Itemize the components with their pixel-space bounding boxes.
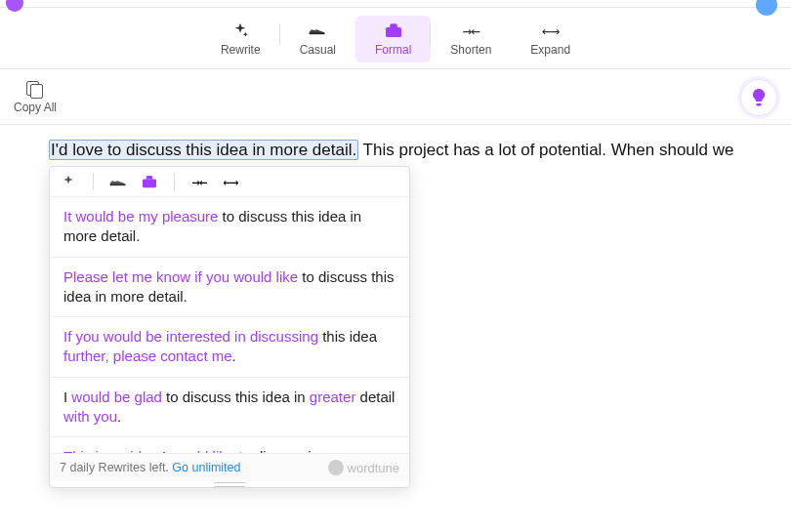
casual-mode[interactable]: Casual [280, 16, 355, 62]
rewrite-mode[interactable]: Rewrite [201, 16, 280, 62]
mode-toolbar: Rewrite Casual Formal →← Shorten ←→ Expa… [0, 8, 791, 69]
rewrite-label: Rewrite [221, 43, 261, 57]
svg-rect-1 [386, 27, 401, 37]
resize-handle[interactable] [50, 481, 409, 487]
popup-footer: 7 daily Rewrites left. Go unlimited word… [50, 453, 409, 481]
copy-icon [26, 81, 44, 99]
rewrites-left-text: 7 daily Rewrites left. [60, 461, 172, 474]
popup-divider-2 [174, 173, 175, 190]
popup-divider [93, 173, 94, 190]
copy-all-label: Copy All [14, 101, 57, 114]
popup-sparkle-icon[interactable] [58, 173, 79, 190]
lightbulb-icon [751, 88, 767, 107]
sneaker-icon [308, 21, 327, 39]
formal-mode[interactable]: Formal [355, 16, 431, 62]
shorten-mode[interactable]: →← Shorten [431, 16, 511, 62]
editor-area[interactable]: I'd love to discuss this idea in more de… [0, 125, 791, 199]
copy-all-button[interactable]: Copy All [14, 81, 57, 114]
popup-expand-icon[interactable]: ←→ [220, 173, 241, 190]
selected-sentence[interactable]: I'd love to discuss this idea in more de… [49, 140, 358, 160]
expand-mode[interactable]: ←→ Expand [511, 16, 590, 62]
suggestion-item[interactable]: It would be my pleasure to discuss this … [50, 197, 409, 258]
suggestion-list[interactable]: It would be my pleasure to discuss this … [50, 197, 409, 453]
formal-label: Formal [375, 43, 411, 57]
suggestion-item[interactable]: I would be glad to discuss this idea in … [50, 378, 409, 438]
popup-sneaker-icon[interactable] [107, 173, 129, 190]
window-chrome-edge [0, 0, 791, 8]
expand-icon: ←→ [541, 21, 561, 39]
casual-label: Casual [300, 43, 336, 57]
popup-toolbar: →← ←→ [50, 167, 409, 197]
ideas-button[interactable] [740, 79, 777, 116]
brand-badge: wordtune [328, 460, 399, 475]
sparkle-icon [230, 21, 250, 39]
suggestion-item[interactable]: If you would be interested in discussing… [50, 317, 409, 378]
svg-rect-2 [110, 184, 126, 186]
go-unlimited-link[interactable]: Go unlimited [172, 461, 240, 474]
shorten-label: Shorten [450, 43, 491, 57]
suggestion-popup: →← ←→ It would be my pleasure to discuss… [49, 166, 410, 488]
suggestion-item[interactable]: Please let me know if you would like to … [50, 258, 409, 318]
popup-shorten-icon[interactable]: →← [188, 173, 210, 190]
brand-name: wordtune [348, 461, 399, 475]
svg-rect-0 [310, 33, 325, 35]
briefcase-icon [384, 21, 403, 39]
svg-rect-3 [143, 179, 156, 187]
rewrites-remaining: 7 daily Rewrites left. Go unlimited [60, 461, 241, 474]
brand-logo-icon [328, 460, 344, 475]
action-bar: Copy All [0, 69, 791, 125]
shorten-icon: →← [461, 21, 480, 39]
suggestion-item[interactable]: This is an idea I would like to discuss … [50, 437, 409, 453]
popup-briefcase-icon[interactable] [139, 173, 160, 190]
expand-label: Expand [530, 43, 570, 57]
